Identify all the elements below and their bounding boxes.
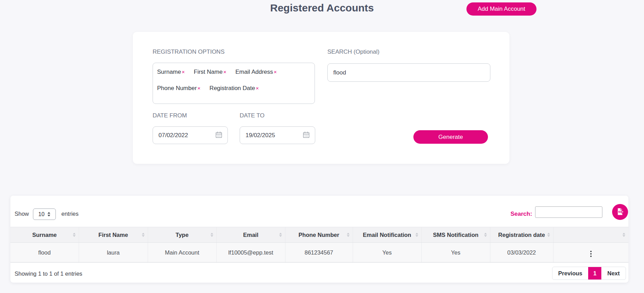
tag-label: Surname [157,69,181,75]
sort-icon[interactable] [484,233,487,237]
date-to-input[interactable]: 19/02/2025 [240,126,315,144]
remove-tag-icon[interactable]: × [274,69,277,75]
entries-select-value: 10 [38,211,45,217]
tags-row: Surname× First Name× Email Address× [157,69,310,76]
table-card: Show 10 entries Search: [10,196,628,283]
date-to-label: DATE TO [240,112,265,119]
entries-select[interactable]: 10 [33,208,56,220]
sort-icon[interactable] [142,233,145,237]
remove-tag-icon[interactable]: × [182,69,185,75]
cell-type: Main Account [148,243,216,263]
show-entries-prefix: Show [15,211,29,217]
cell-surname-link[interactable]: flood [10,243,79,263]
date-from-label: DATE FROM [153,112,187,119]
table-info: Showing 1 to 1 of 1 entries [15,270,82,277]
pagination-next[interactable]: Next [601,267,626,279]
column-header-surname[interactable]: Surname [10,227,79,243]
sort-icon[interactable] [547,233,550,237]
table-search-label: Search: [510,211,532,217]
remove-tag-icon[interactable]: × [223,69,226,75]
row-actions-kebab-icon[interactable] [587,249,594,258]
column-label: First Name [98,232,128,238]
registered-accounts-page: Registered Accounts Add Main Account REG… [0,0,644,293]
pagination-page-1[interactable]: 1 [588,267,601,279]
cell-email: lf10005@epp.test [216,243,285,263]
calendar-icon[interactable] [302,131,310,140]
sort-icon[interactable] [622,233,625,237]
tag-label: Phone Number [157,85,197,91]
cell-first-name: laura [79,243,148,263]
tag-label: First Name [194,69,223,75]
tag-registration-date: Registration Date× [209,85,259,92]
page-title: Registered Accounts [0,2,644,14]
sort-icon[interactable] [279,233,282,237]
column-header-actions[interactable] [553,227,628,243]
date-to-value: 19/02/2025 [246,132,275,139]
column-header-phone-number[interactable]: Phone Number [285,227,353,243]
tag-phone-number: Phone Number× [157,85,200,92]
table-row: flood laura Main Account lf10005@epp.tes… [10,243,628,263]
date-from-input[interactable]: 07/02/2022 [153,126,228,144]
sort-icon[interactable] [73,233,76,237]
column-header-sms-notification[interactable]: SMS Notification [421,227,490,243]
generate-button[interactable]: Generate [413,130,488,144]
column-header-first-name[interactable]: First Name [79,227,148,243]
calendar-icon[interactable] [215,131,223,140]
registration-options-box[interactable]: Surname× First Name× Email Address× Phon… [153,63,315,104]
column-label: Email Notification [363,232,411,238]
file-export-icon [616,207,625,217]
cell-email-notification: Yes [353,243,421,263]
column-label: Email [243,232,258,238]
column-header-email[interactable]: Email [216,227,285,243]
show-entries-suffix: entries [61,211,79,217]
table-search-input[interactable] [535,206,602,218]
column-header-email-notification[interactable]: Email Notification [353,227,421,243]
stepper-icon [48,212,50,216]
sort-icon[interactable] [415,233,418,237]
filter-card: REGISTRATION OPTIONS Surname× First Name… [133,32,509,164]
column-label: Registration date [498,232,545,238]
cell-registration-date: 03/03/2022 [490,243,553,263]
cell-phone: 861234567 [285,243,353,263]
search-optional-label: SEARCH (Optional) [327,48,379,55]
pagination-previous[interactable]: Previous [552,267,589,279]
tags-row: Phone Number× Registration Date× [157,85,310,92]
search-optional-input[interactable] [327,63,490,82]
remove-tag-icon[interactable]: × [256,85,259,91]
add-main-account-button[interactable]: Add Main Account [466,2,536,16]
sort-icon[interactable] [347,233,350,237]
cell-actions [553,243,628,263]
column-header-registration-date[interactable]: Registration date [490,227,553,243]
tag-first-name: First Name× [194,69,226,76]
tag-surname: Surname× [157,69,185,76]
column-label: Surname [32,232,57,238]
pagination: Previous 1 Next [552,267,626,280]
sort-icon[interactable] [211,233,213,237]
column-header-type[interactable]: Type [148,227,216,243]
export-button[interactable] [612,204,628,220]
remove-tag-icon[interactable]: × [197,85,200,91]
table-header-row: Surname First Name Type Email Phone Numb… [10,227,628,243]
accounts-table: Surname First Name Type Email Phone Numb… [10,227,628,263]
column-label: Type [175,232,188,238]
registration-options-label: REGISTRATION OPTIONS [153,48,224,55]
date-from-value: 07/02/2022 [158,132,188,139]
column-label: SMS Notification [433,232,478,238]
tag-label: Registration Date [209,85,255,91]
tag-email-address: Email Address× [235,69,277,76]
cell-sms-notification: Yes [421,243,490,263]
column-label: Phone Number [299,232,339,238]
tag-label: Email Address [235,69,273,75]
